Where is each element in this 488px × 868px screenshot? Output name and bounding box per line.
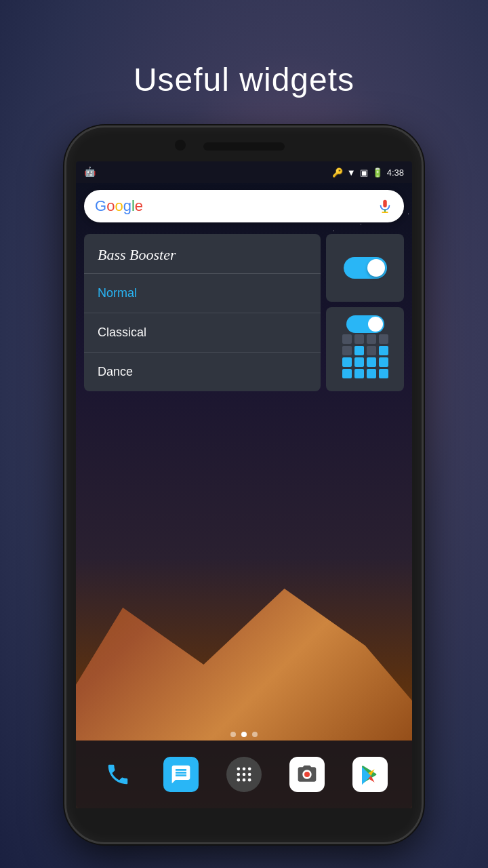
svg-point-3 <box>237 768 240 771</box>
eq-bar <box>367 369 376 378</box>
widget-container: Bass Booster Normal Classical Dance <box>84 234 404 391</box>
eq-bar <box>342 369 352 378</box>
eq-bar <box>342 334 352 344</box>
dot-3[interactable] <box>252 732 258 737</box>
toggle-switch-1[interactable] <box>344 257 387 279</box>
eq-bar <box>367 346 376 355</box>
wallpaper: Google Bass Booster <box>76 183 412 808</box>
eq-bar <box>354 334 364 344</box>
eq-bar <box>379 357 388 367</box>
page-title: Useful widgets <box>134 61 354 98</box>
eq-bar <box>367 334 376 344</box>
phone-camera <box>175 140 186 151</box>
eq-bar <box>367 357 376 367</box>
eq-bar <box>379 346 388 355</box>
status-bar: 🤖 🔑 ▼ ▣ 🔋 4:38 <box>76 161 412 183</box>
phone-screen: 🤖 🔑 ▼ ▣ 🔋 4:38 <box>76 161 412 808</box>
volume-down-button[interactable] <box>422 290 424 338</box>
eq-col-2 <box>354 334 364 378</box>
google-search-bar[interactable]: Google <box>84 190 404 222</box>
google-logo: Google <box>95 197 143 215</box>
bass-booster-title: Bass Booster <box>84 234 321 274</box>
eq-col-1 <box>342 334 352 378</box>
clock: 4:38 <box>387 167 404 178</box>
dock-messages[interactable] <box>163 757 199 792</box>
svg-point-5 <box>248 768 251 771</box>
dot-1[interactable] <box>230 732 236 737</box>
eq-bar <box>354 369 364 378</box>
key-icon: 🔑 <box>332 167 343 178</box>
status-left: 🤖 <box>84 166 96 178</box>
svg-point-12 <box>304 772 310 777</box>
dock-phone[interactable] <box>100 757 136 792</box>
mic-icon[interactable] <box>377 198 393 214</box>
dock-play-store[interactable] <box>352 757 388 792</box>
phone-speaker <box>203 142 285 151</box>
eq-bar <box>342 346 352 355</box>
phone-mockup: 🤖 🔑 ▼ ▣ 🔋 4:38 <box>64 125 424 844</box>
android-icon: 🤖 <box>84 166 96 178</box>
preset-dance[interactable]: Dance <box>84 353 321 391</box>
preset-normal[interactable]: Normal <box>84 274 321 313</box>
status-right: 🔑 ▼ ▣ 🔋 4:38 <box>332 167 404 178</box>
signal-icon: ▣ <box>360 167 368 178</box>
eq-bar <box>354 357 364 367</box>
eq-toggle-switch[interactable] <box>346 315 384 333</box>
eq-bar <box>342 357 352 367</box>
eq-toggle-knob <box>368 317 383 332</box>
mountain <box>76 551 412 741</box>
preset-classical[interactable]: Classical <box>84 313 321 353</box>
svg-point-4 <box>243 768 246 771</box>
svg-point-7 <box>243 773 246 776</box>
widget-right-panel <box>326 234 404 391</box>
eq-bars <box>342 341 388 378</box>
dock-apps[interactable] <box>226 757 262 792</box>
eq-bar <box>354 346 364 355</box>
eq-bar <box>379 369 388 378</box>
toggle-knob-1 <box>367 259 385 277</box>
svg-point-11 <box>248 778 251 782</box>
app-dock <box>76 741 412 808</box>
svg-point-10 <box>243 778 246 782</box>
phone-frame: 🤖 🔑 ▼ ▣ 🔋 4:38 <box>64 125 424 844</box>
svg-rect-0 <box>383 200 387 208</box>
bass-booster-widget: Bass Booster Normal Classical Dance <box>84 234 321 391</box>
svg-point-9 <box>237 778 240 782</box>
eq-col-3 <box>367 334 376 378</box>
wifi-icon: ▼ <box>347 167 356 178</box>
volume-up-button[interactable] <box>422 250 424 283</box>
eq-bar <box>379 334 388 344</box>
dock-camera[interactable] <box>289 757 325 792</box>
svg-point-8 <box>248 773 251 776</box>
dot-2[interactable] <box>241 732 247 737</box>
svg-point-6 <box>237 773 240 776</box>
battery-icon: 🔋 <box>372 167 383 178</box>
equalizer-widget <box>326 307 404 391</box>
page-dots <box>76 732 412 737</box>
toggle-widget-1 <box>326 234 404 302</box>
eq-col-4 <box>379 334 388 378</box>
